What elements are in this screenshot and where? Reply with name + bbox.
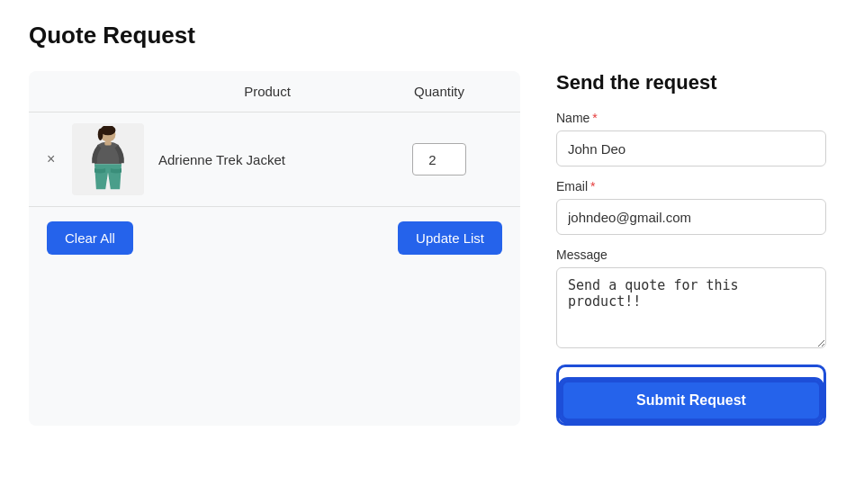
- svg-rect-3: [104, 140, 112, 145]
- svg-point-2: [98, 128, 104, 140]
- message-form-group: Message Send a quote for this product!!: [556, 248, 826, 352]
- table-row: ×: [29, 112, 520, 207]
- product-name: Adrienne Trek Jacket: [158, 152, 376, 167]
- table-actions-row: Clear All Update List: [29, 207, 520, 269]
- message-textarea[interactable]: Send a quote for this product!!: [556, 267, 826, 348]
- request-form-panel: Send the request Name* Email* Message Se…: [556, 71, 826, 426]
- name-form-group: Name*: [556, 111, 826, 166]
- form-title: Send the request: [556, 71, 826, 94]
- message-label: Message: [556, 248, 826, 262]
- submit-request-button[interactable]: Submit Request: [561, 380, 822, 421]
- remove-item-button[interactable]: ×: [47, 151, 65, 167]
- submit-button-wrapper: Submit Request: [556, 364, 826, 426]
- product-column-header: Product: [158, 84, 376, 99]
- email-form-group: Email*: [556, 179, 826, 235]
- email-label: Email*: [556, 179, 826, 194]
- email-required-star: *: [590, 179, 595, 194]
- table-header: Product Quantity: [29, 71, 520, 112]
- quantity-column-header: Quantity: [376, 84, 502, 99]
- quote-table-panel: Product Quantity ×: [29, 71, 520, 426]
- name-label: Name*: [556, 111, 826, 125]
- email-field[interactable]: [556, 199, 826, 235]
- quantity-input[interactable]: [412, 143, 466, 176]
- page-title: Quote Request: [29, 22, 826, 50]
- name-required-star: *: [592, 111, 597, 125]
- clear-all-button[interactable]: Clear All: [47, 221, 133, 255]
- name-field[interactable]: [556, 130, 826, 166]
- update-list-button[interactable]: Update List: [398, 221, 502, 255]
- product-image: [72, 123, 144, 195]
